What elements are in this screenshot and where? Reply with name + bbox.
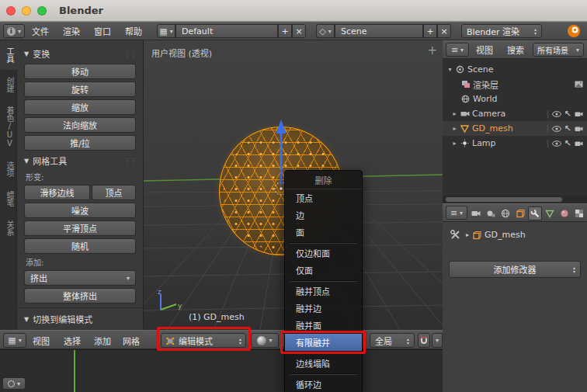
vertex-slide-button[interactable]: 顶点	[92, 185, 136, 200]
smooth-vertex-button[interactable]: 平滑顶点	[24, 220, 136, 236]
tab-material[interactable]	[557, 206, 571, 220]
extrude-individual-button[interactable]: 整体挤出	[24, 288, 136, 304]
add-scene-button[interactable]: +	[423, 24, 437, 38]
panel-mesh-tools-header[interactable]: ▼ 网格工具 ⋮⋮	[24, 154, 136, 167]
selectable-cursor-icon[interactable]: ↖	[562, 138, 573, 148]
tab-options[interactable]: 选项	[0, 154, 17, 184]
scene-browse-button[interactable]: ◇ ▾	[316, 24, 335, 38]
scale-button[interactable]: 缩放	[24, 99, 136, 115]
push-pull-button[interactable]: 推/拉	[24, 135, 136, 151]
timeline-editor[interactable]: ▾	[0, 349, 443, 392]
tab-shading-uv[interactable]: 着色/UV	[0, 99, 17, 154]
menu-view[interactable]: 视图	[33, 333, 50, 348]
panel-transform-header[interactable]: ▼ 变换 ⋮⋮	[24, 47, 136, 60]
camera-icon	[459, 110, 471, 117]
selectable-cursor-icon[interactable]: ↖	[562, 123, 573, 134]
shrink-fatten-button[interactable]: 法向缩放	[24, 117, 136, 133]
scene-name-field[interactable]: Scene	[335, 24, 423, 38]
panel-grip-icon[interactable]: ⋮⋮	[123, 157, 136, 165]
editor-type-timeline-button[interactable]: ▾	[2, 377, 26, 390]
caret-down-icon[interactable]: ▾	[446, 66, 454, 73]
layout-name-field[interactable]: Default	[175, 24, 278, 38]
caret-right-icon[interactable]: ▸	[450, 125, 459, 132]
tab-modifiers[interactable]	[528, 206, 542, 220]
layout-browse-button[interactable]: ▦ ▾	[157, 24, 175, 38]
menu-item-edges[interactable]: 边	[285, 206, 362, 224]
caret-right-icon[interactable]: ▸	[450, 110, 459, 117]
delete-menu: 删除 顶点 边 面 仅边和面 仅面 融并顶点 融并边 融并面 有限融并 边线塌陷…	[284, 170, 363, 392]
outliner-row-lamp[interactable]: ▸ Lamp | ↖	[443, 136, 587, 151]
snap-magnet-button[interactable]	[418, 333, 430, 348]
menu-select[interactable]: 选择	[64, 333, 81, 348]
noise-button[interactable]: 噪波	[24, 203, 136, 218]
randomize-button[interactable]: 随机	[24, 238, 136, 254]
redo-panel-header[interactable]: ▼ 切换到编辑模式	[24, 313, 136, 325]
tab-object[interactable]	[513, 206, 527, 220]
panel-grip-icon[interactable]: ⋮⋮	[123, 50, 136, 57]
zoom-window-button[interactable]	[37, 6, 47, 16]
tab-world[interactable]	[498, 206, 512, 220]
menu-item-only-faces[interactable]: 仅面	[285, 262, 362, 279]
editor-type-3dview-button[interactable]: ▦ ▾	[3, 333, 26, 348]
extrude-button[interactable]: 挤出 ▾	[24, 270, 136, 286]
delete-scene-button[interactable]: ×	[437, 24, 451, 38]
rotate-button[interactable]: 旋转	[24, 82, 136, 97]
render-engine-dropdown[interactable]: Blender 渲染 ▴▾	[461, 24, 542, 38]
chevron-down-icon: ▾	[269, 337, 272, 344]
tab-grease-pencil[interactable]: 蜡笔	[0, 184, 17, 213]
tab-relations[interactable]: 关系	[0, 213, 17, 243]
tab-texture[interactable]	[572, 206, 586, 220]
menu-file[interactable]: 文件	[25, 25, 56, 37]
selectable-cursor-icon[interactable]: ↖	[562, 109, 573, 119]
menu-window[interactable]: 窗口	[87, 25, 118, 37]
menu-item-vertices[interactable]: 顶点	[285, 189, 362, 206]
outliner-row-render-layers[interactable]: 渲染层	[443, 77, 587, 92]
menu-help[interactable]: 帮助	[118, 25, 149, 37]
snap-element-button[interactable]: ▾	[432, 333, 443, 348]
render-restrict-icon[interactable]	[573, 126, 584, 132]
outliner-menu-search[interactable]: 搜索	[500, 43, 531, 56]
translate-button[interactable]: 移动	[24, 64, 136, 79]
edge-slide-button[interactable]: 滑移边线	[24, 185, 90, 200]
current-frame-line[interactable]	[74, 350, 75, 392]
tab-tools[interactable]: 工具	[0, 40, 17, 70]
minimize-window-button[interactable]	[22, 6, 31, 16]
outliner-filter-dropdown[interactable]: 所有场景 ▾	[533, 43, 584, 57]
outliner-row-camera[interactable]: ▸ Camera | ↖	[443, 106, 587, 121]
render-layer-image-icon[interactable]	[573, 81, 584, 88]
editor-type-info-button[interactable]: i ▾	[3, 24, 25, 38]
menu-item-dissolve-vertices[interactable]: 融并顶点	[285, 283, 362, 300]
menu-item-faces[interactable]: 面	[285, 224, 362, 241]
add-layout-button[interactable]: +	[278, 24, 292, 38]
caret-right-icon[interactable]: ▸	[450, 140, 459, 147]
tab-create[interactable]: 创建	[0, 70, 17, 99]
menu-item-only-edges-faces[interactable]: 仅边和面	[285, 245, 362, 262]
outliner-hscrollbar[interactable]	[443, 196, 587, 203]
tab-scene[interactable]	[484, 206, 498, 220]
outliner-row-world[interactable]: World	[443, 92, 587, 106]
viewport-shading-dropdown[interactable]: ▾	[251, 333, 279, 348]
render-restrict-icon[interactable]	[573, 111, 584, 117]
menu-item-dissolve-edges[interactable]: 融并边	[285, 300, 362, 317]
orientation-dropdown[interactable]: 全局 ▴▾	[370, 333, 415, 348]
render-restrict-icon[interactable]	[573, 140, 584, 147]
hide-eye-icon[interactable]	[551, 140, 562, 147]
menu-mesh[interactable]: 网格	[123, 333, 140, 348]
editor-type-outliner-button[interactable]: ≡ ▾	[446, 43, 469, 57]
menu-add[interactable]: 添加	[94, 333, 111, 348]
menu-render[interactable]: 渲染	[56, 25, 87, 37]
outliner-row-scene[interactable]: ▾ Scene	[443, 62, 587, 77]
hide-eye-icon[interactable]	[551, 126, 562, 132]
menu-item-edge-loops[interactable]: 循环边	[285, 376, 362, 392]
tab-render[interactable]	[469, 206, 483, 220]
hide-eye-icon[interactable]	[551, 111, 562, 117]
outliner-row-gd-mesh[interactable]: ▸ GD_mesh | ↖	[443, 121, 587, 136]
editor-type-properties-button[interactable]: ≡ ▾	[446, 206, 467, 220]
menu-item-edge-collapse[interactable]: 边线塌陷	[285, 355, 362, 372]
tab-object-data[interactable]	[543, 206, 557, 220]
outliner-menu-view[interactable]: 视图	[469, 43, 500, 56]
delete-layout-button[interactable]: ×	[292, 24, 306, 38]
scrollbar-thumb[interactable]	[446, 197, 562, 202]
add-modifier-dropdown[interactable]: 添加修改器 ▴▾	[449, 261, 581, 278]
close-window-button[interactable]	[6, 6, 16, 16]
